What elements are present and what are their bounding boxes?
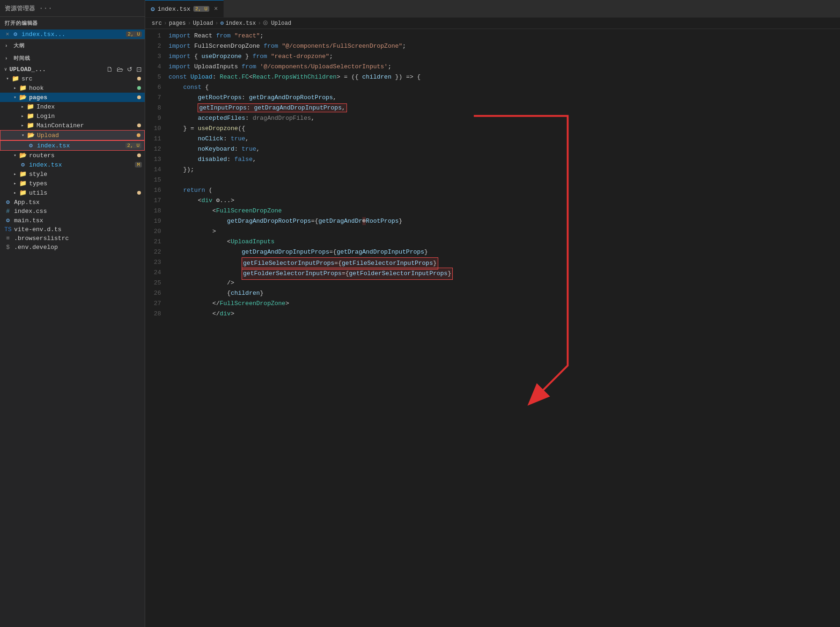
code-line-18: <FullScreenDropZone <box>169 206 840 216</box>
code-line-13: disabled: false, <box>169 154 840 165</box>
sidebar-item-label: vite-env.d.ts <box>14 226 145 233</box>
sidebar-item-types[interactable]: ▸ 📁 types <box>0 179 145 188</box>
file-badge: 2, U <box>125 143 141 148</box>
sidebar-item-label: routers <box>29 152 137 159</box>
code-line-14: }); <box>169 165 840 175</box>
code-line-11: noClick: true, <box>169 134 840 144</box>
breadcrumb-file: index.tsx <box>226 20 256 27</box>
line-numbers: 12345 678910 1112131415 1617181920 21222… <box>145 31 169 627</box>
sidebar-item-label: utils <box>29 190 137 197</box>
css-file-icon: # <box>4 208 12 215</box>
chevron-right-icon: ▸ <box>19 104 26 109</box>
code-line-28: </div> <box>169 309 840 319</box>
tsx-file-icon: ⚙ <box>11 30 20 38</box>
tab-tsx-icon: ⚙ <box>151 5 155 13</box>
open-editor-item[interactable]: × ⚙ index.tsx... 2, U <box>0 29 145 39</box>
sidebar-item-label: Upload <box>37 132 137 139</box>
sidebar-item-label: Index <box>37 103 145 110</box>
sidebar-title: 资源管理器 <box>5 4 35 13</box>
chevron-down-icon: ▾ <box>19 132 27 138</box>
file-badge: M <box>135 162 142 168</box>
code-line-17: <div ⚙...> <box>169 196 840 206</box>
folder-icon: 📁 <box>26 122 35 129</box>
misc-file-icon: ≡ <box>4 235 12 242</box>
chevron-down-icon: ▾ <box>4 76 11 81</box>
sidebar-item-App-tsx[interactable]: ⚙ App.tsx <box>0 197 145 207</box>
code-line-9: acceptedFiles: dragAndDropFiles, <box>169 113 840 124</box>
sidebar-item-label: .browserslistrc <box>14 235 145 242</box>
outline-section[interactable]: › 大纲 <box>0 39 145 52</box>
sidebar-item-browserslistrc[interactable]: ≡ .browserslistrc <box>0 234 145 243</box>
sidebar-item-label: index.css <box>14 208 145 215</box>
code-line-4: import UploadInputs from '@/components/U… <box>169 62 840 72</box>
open-editors-section[interactable]: 打开的编辑器 <box>0 17 145 29</box>
sidebar-item-style[interactable]: ▸ 📁 style <box>0 169 145 179</box>
new-file-icon[interactable]: 🗋 <box>106 66 113 73</box>
chevron-right-icon: ▸ <box>11 190 19 196</box>
sidebar-item-label: types <box>29 180 145 187</box>
close-icon[interactable]: × <box>4 31 11 38</box>
chevron-right-icon: ▸ <box>19 123 26 128</box>
chevron-right-icon: ▸ <box>11 85 19 91</box>
folder-icon: 📁 <box>11 75 20 82</box>
code-line-1: import React from "react"; <box>169 31 840 41</box>
sidebar-item-label: pages <box>29 94 137 101</box>
sidebar-item-hook[interactable]: ▸ 📁 hook <box>0 83 145 93</box>
breadcrumb: src › pages › Upload › ⚙ index.tsx › ⦾ U… <box>145 18 840 29</box>
editor-area: ⚙ index.tsx 2, U × src › pages › Upload … <box>145 0 840 627</box>
refresh-icon[interactable]: ↺ <box>127 66 133 73</box>
sidebar-item-Upload[interactable]: ▾ 📂 Upload <box>0 130 145 140</box>
ts-file-icon: TS <box>4 226 12 233</box>
sidebar-item-index-css[interactable]: # index.css <box>0 207 145 216</box>
sidebar: 资源管理器 ··· 打开的编辑器 × ⚙ index.tsx... 2, U ›… <box>0 0 145 627</box>
sidebar-item-pages[interactable]: ▾ 📂 pages <box>0 93 145 102</box>
code-line-3: import { useDropzone } from "react-dropz… <box>169 51 840 62</box>
folder-open-icon: 📂 <box>27 131 35 139</box>
timeline-section[interactable]: › 时间线 <box>0 52 145 65</box>
folder-icon: 📁 <box>26 112 35 120</box>
sidebar-item-env-develop[interactable]: $ .env.develop <box>0 243 145 252</box>
code-line-6: const { <box>169 82 840 93</box>
sidebar-item-utils[interactable]: ▸ 📁 utils <box>0 188 145 197</box>
folder-open-icon: 📂 <box>19 152 27 159</box>
folder-icon: 📁 <box>19 84 27 92</box>
code-line-8: getInputProps: getDragAndDropInputProps, <box>169 103 840 113</box>
modified-indicator <box>137 133 140 137</box>
code-container[interactable]: 12345 678910 1112131415 1617181920 21222… <box>145 29 840 627</box>
sidebar-item-vite-env[interactable]: TS vite-env.d.ts <box>0 225 145 234</box>
sidebar-item-src[interactable]: ▾ 📁 src <box>0 74 145 83</box>
sidebar-item-MainContainer[interactable]: ▸ 📁 MainContainer <box>0 121 145 130</box>
sidebar-item-main-tsx[interactable]: ⚙ main.tsx <box>0 216 145 225</box>
tab-close-button[interactable]: × <box>214 5 218 13</box>
chevron-right-icon: ▸ <box>11 181 19 186</box>
code-line-16: return ( <box>169 185 840 196</box>
collapse-icon[interactable]: ⊡ <box>136 66 142 73</box>
sidebar-item-index-tsx-upload[interactable]: ⚙ index.tsx 2, U <box>0 140 145 151</box>
sidebar-item-Index[interactable]: ▸ 📁 Index <box>0 102 145 111</box>
code-line-7: getRootProps: getDragAndDropRootProps, <box>169 93 840 103</box>
open-editor-badge: 2, U <box>126 31 142 37</box>
breadcrumb-upload-folder: Upload <box>193 20 213 27</box>
project-label: UPLOAD_... <box>9 66 106 73</box>
sidebar-item-routers[interactable]: ▾ 📂 routers <box>0 151 145 160</box>
editor-wrapper: 12345 678910 1112131415 1617181920 21222… <box>145 29 840 627</box>
editor-tab-index-tsx[interactable]: ⚙ index.tsx 2, U × <box>145 0 224 17</box>
sidebar-item-label: .env.develop <box>14 244 145 251</box>
sidebar-item-label: App.tsx <box>14 199 145 206</box>
code-line-15 <box>169 175 840 185</box>
folder-open-icon: 📂 <box>19 94 27 101</box>
sidebar-item-label: main.tsx <box>14 217 145 224</box>
sidebar-item-Login[interactable]: ▸ 📁 Login <box>0 111 145 121</box>
project-root[interactable]: ∨ UPLOAD_... 🗋 🗁 ↺ ⊡ <box>0 65 145 74</box>
code-line-23: getFileSelectorInputProps={getFileSelect… <box>169 257 840 268</box>
breadcrumb-pages: pages <box>169 20 186 27</box>
sidebar-item-index-tsx-routers[interactable]: ⚙ index.tsx M <box>0 160 145 169</box>
breadcrumb-src: src <box>152 20 162 27</box>
code-line-22: getDragAndDropInputProps={getDragAndDrop… <box>169 247 840 257</box>
code-line-21: <UploadInputs <box>169 237 840 247</box>
new-folder-icon[interactable]: 🗁 <box>117 66 123 73</box>
code-line-27: </FullScreenDropZone> <box>169 299 840 309</box>
code-line-19: getDragAndDropRootProps={getDragAndDr⊕Ro… <box>169 216 840 226</box>
sidebar-menu-icon[interactable]: ··· <box>39 4 52 13</box>
tsx-file-icon: ⚙ <box>4 198 12 206</box>
